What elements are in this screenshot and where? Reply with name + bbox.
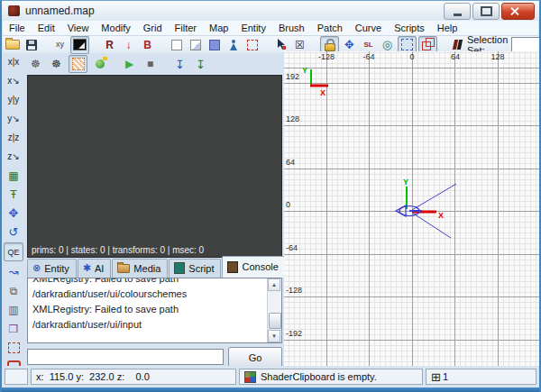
qe-tool-button[interactable]: QE	[4, 242, 23, 261]
move-arrows-button[interactable]: ✥	[341, 37, 358, 53]
grid-ruler-label-y: 64	[286, 158, 295, 168]
select-touching-button[interactable]: ▥	[5, 301, 23, 318]
maximize-button[interactable]	[472, 3, 500, 20]
select-inside-tall-button[interactable]	[5, 339, 23, 356]
texture-window-button[interactable]	[70, 36, 89, 54]
menu-view[interactable]: View	[61, 22, 96, 34]
camera-origin-marker: Y X	[396, 178, 456, 238]
coords-toggle-button[interactable]: xy	[51, 37, 69, 53]
menu-map[interactable]: Map	[203, 22, 234, 34]
menu-scripts[interactable]: Scripts	[388, 22, 431, 34]
console-line: XMLRegistry: Failed to save path	[32, 302, 267, 317]
play-icon: ▶	[125, 59, 133, 69]
side-toolbar: x|x x↘ y|y y↘ z|z z↘ ▦ Ŧ ✥ ↺ QE ↝ ⧉ ▥ ❒	[2, 53, 25, 366]
deselect-all-button[interactable]: ☒	[291, 37, 308, 53]
console-output[interactable]: XMLRegistry: Failed to save path /darkra…	[27, 278, 282, 343]
shader-clipboard-status: ShaderClipboard is empty.	[261, 371, 377, 382]
xy-icon: xy	[56, 41, 64, 49]
scroll-down-icon: ▾	[272, 333, 276, 340]
grid-overlay: Y X Y X	[284, 51, 541, 366]
flip-y-button[interactable]: y|y	[5, 91, 23, 108]
texture-tile-button[interactable]	[69, 55, 87, 73]
tab-ai[interactable]: ✱ AI	[78, 259, 112, 278]
menu-patch[interactable]: Patch	[311, 22, 349, 34]
tab-console[interactable]: Console	[222, 256, 285, 278]
wheel-dot-icon: ☸	[51, 59, 61, 69]
vertex-circle-button[interactable]: ◎	[379, 37, 396, 53]
hatched-square-icon: ▥	[8, 305, 18, 315]
console-command-input[interactable]	[27, 349, 224, 365]
clip-down-plus-button[interactable]: ↧	[192, 56, 209, 72]
move-arrows-icon: ✥	[344, 39, 354, 50]
rotate-y-button[interactable]: y↘	[5, 110, 23, 127]
tab-entity[interactable]: ⊗ Entity	[27, 259, 77, 278]
menu-filter[interactable]: Filter	[169, 22, 203, 34]
clip-down-button[interactable]: ↧	[171, 56, 188, 72]
menu-grid[interactable]: Grid	[137, 22, 169, 34]
merge-grid-button[interactable]: ▦	[5, 167, 23, 184]
rotate-z-button[interactable]: z↘	[5, 148, 23, 165]
player-model-button[interactable]	[225, 37, 242, 53]
stacked-squares-icon: ❒	[9, 324, 19, 334]
menu-file[interactable]: File	[3, 22, 32, 34]
console-scrollbar[interactable]: ▴ ▾	[267, 278, 281, 342]
script-icon	[174, 262, 185, 274]
selection-set-input[interactable]	[511, 37, 541, 53]
menu-modify[interactable]: Modify	[95, 22, 136, 34]
svg-text:Y: Y	[403, 178, 408, 187]
title-bar[interactable]: unnamed.map	[2, 1, 539, 21]
reload-models-button[interactable]: R	[101, 37, 118, 53]
cube-wireframe-button[interactable]	[243, 37, 261, 53]
reload-icon: R	[105, 40, 114, 50]
shader-library-button[interactable]	[449, 37, 466, 53]
stop-button[interactable]: ■	[142, 56, 159, 72]
wheel-a-button[interactable]: ☸	[27, 56, 44, 72]
svg-text:Y: Y	[302, 66, 307, 75]
close-button[interactable]	[501, 3, 535, 20]
menu-curve[interactable]: Curve	[349, 22, 388, 34]
menu-entity[interactable]: Entity	[234, 22, 272, 34]
grid-ruler-label-y: 128	[286, 114, 299, 124]
menu-edit[interactable]: Edit	[32, 22, 61, 34]
menu-brush[interactable]: Brush	[272, 22, 311, 34]
cursor-select-button[interactable]	[272, 37, 289, 53]
console-icon	[227, 261, 238, 273]
tab-media[interactable]: Media	[112, 259, 168, 278]
flip-z-button[interactable]: z|z	[5, 129, 23, 146]
xy-grid-view[interactable]: -128 -64 0 64 128 192 128 64 0 -64 -128 …	[284, 51, 541, 366]
scroll-down-button[interactable]: ▾	[268, 330, 280, 342]
start-ball-button[interactable]	[91, 56, 108, 72]
cube-textured-button[interactable]	[187, 37, 204, 53]
play-button[interactable]: ▶	[121, 56, 138, 72]
cube-solid-icon	[209, 40, 220, 50]
status-blank-panel	[5, 369, 28, 385]
cube-solid-button[interactable]	[206, 37, 223, 53]
select-complete-button[interactable]: ❒	[5, 320, 23, 337]
curve-icon: ↝	[9, 266, 19, 278]
translate-button[interactable]: ✥	[5, 205, 23, 222]
save-button[interactable]	[23, 37, 40, 53]
camera-viewport[interactable]: prims: 0 | states: 0 | transforms: 0 | m…	[27, 75, 282, 258]
copy-window-button[interactable]: ⧉	[5, 282, 23, 299]
curve-button[interactable]: ↝	[5, 263, 23, 280]
wheel-b-button[interactable]: ☸	[48, 56, 65, 72]
minimize-button[interactable]	[444, 3, 471, 20]
menu-help[interactable]: Help	[431, 22, 464, 34]
rotate-x-button[interactable]: x↘	[5, 72, 23, 89]
cube-outline-button[interactable]	[168, 37, 185, 53]
flip-x-button[interactable]: x|x	[5, 53, 23, 70]
rotate-tool-button[interactable]: ↺	[5, 223, 23, 241]
scroll-thumb[interactable]	[269, 313, 281, 329]
window-controls	[444, 3, 535, 20]
scale-sl-button[interactable]: SL	[360, 37, 377, 53]
open-button[interactable]	[4, 37, 21, 53]
tree-button[interactable]: Ŧ	[5, 186, 23, 203]
merge-circle-icon: ◎	[382, 39, 392, 50]
tab-script[interactable]: Script	[169, 259, 221, 278]
drop-entity-button[interactable]: ↓	[120, 37, 137, 53]
cursor-coordinates: x: 115.0 y: 232.0 z: 0.0	[36, 371, 150, 382]
scroll-up-button[interactable]: ▴	[268, 278, 280, 291]
background-image-button[interactable]: B	[139, 37, 156, 53]
grid-ruler-label-y: -192	[286, 329, 302, 339]
cube-outline-icon	[171, 40, 182, 50]
